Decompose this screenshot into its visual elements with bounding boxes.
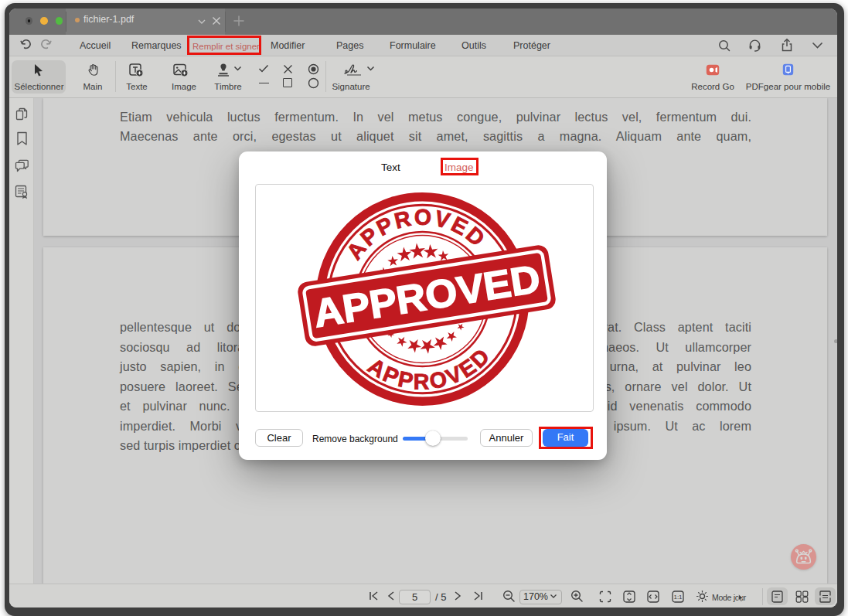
- svg-text:1:1: 1:1: [673, 594, 683, 601]
